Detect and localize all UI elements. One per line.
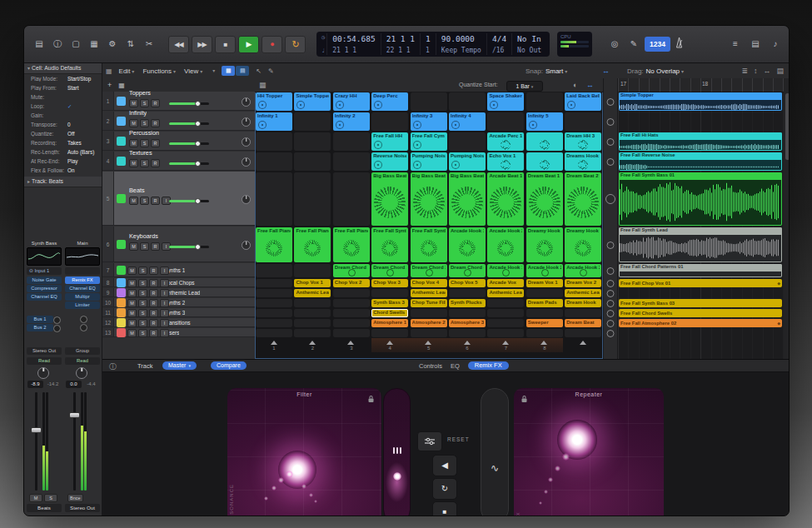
track-header[interactable]: 10Synths 2MSRI <box>102 298 255 307</box>
track-header[interactable]: 1ToppersMSR <box>102 92 255 111</box>
pan-knob[interactable] <box>242 157 251 167</box>
loop-cell[interactable]: Arcade Hook 2 <box>487 227 524 262</box>
loop-cell[interactable]: Chord Swells 1 <box>371 309 408 317</box>
fader-cap[interactable] <box>31 427 42 433</box>
stop-button[interactable]: ■ <box>215 36 236 53</box>
loop-cell[interactable]: Synth Bass 3 <box>371 299 408 307</box>
volume-knob[interactable] <box>195 161 201 167</box>
scene-trigger-button[interactable] <box>541 341 547 345</box>
send-knob[interactable] <box>80 316 87 323</box>
arrange-region[interactable]: Free Fall Reverse Noise <box>619 152 782 171</box>
compare-button[interactable]: Compare <box>211 361 247 370</box>
grid-cell-slot[interactable] <box>449 329 486 337</box>
track-header[interactable]: 4TexturesMSR <box>102 152 255 171</box>
automation-slot[interactable]: Read <box>27 357 62 365</box>
grid-cell-slot[interactable] <box>449 309 486 317</box>
lcd-field[interactable]: 4/4/16 <box>486 33 511 55</box>
grid-arrange-toggle[interactable] <box>607 310 615 317</box>
loop-cell[interactable]: Simple Topper <box>294 92 331 111</box>
loop-cell[interactable]: Pumping Noise <box>411 152 447 171</box>
loop-cell[interactable]: Dream Beat <box>565 319 601 327</box>
strip-setting-label[interactable]: Main <box>64 241 101 246</box>
loop-cell[interactable]: Free Fall Synth <box>371 227 408 262</box>
grid-view-button[interactable]: ▦ <box>222 66 235 76</box>
grid-arrange-toggle[interactable] <box>607 138 615 146</box>
grid-arrange-toggle[interactable] <box>607 242 615 249</box>
performance-icon[interactable]: ◐ <box>573 81 577 89</box>
loop-cell[interactable]: Dreamy Hook 2 <box>565 227 601 262</box>
grid-cell-slot[interactable] <box>333 299 370 307</box>
scene-trigger-button[interactable] <box>309 341 316 345</box>
inspector-row[interactable]: Rec-Length:Auto (Bars) <box>24 147 102 157</box>
track-s-button[interactable]: S <box>138 329 147 337</box>
loop-cell[interactable]: Arcade Hook 2 <box>526 264 563 277</box>
track-m-button[interactable]: M <box>127 319 137 327</box>
pan-knob[interactable] <box>37 367 49 379</box>
stop-fx-button[interactable]: ■ <box>432 501 457 516</box>
loop-cell[interactable]: Chop Vox 5 <box>449 279 486 287</box>
grid-cell-slot[interactable] <box>256 132 292 151</box>
grid-cell-slot[interactable] <box>256 279 292 287</box>
grid-cell-slot[interactable] <box>371 112 408 131</box>
grid-cell-slot[interactable] <box>256 299 292 307</box>
cycle-button[interactable]: ↻ <box>285 36 306 53</box>
snap-menu[interactable]: Snap: Smart <box>526 63 567 78</box>
repeater-xy-pad[interactable]: Repeater MIX RATE <box>514 388 664 516</box>
send-knob[interactable] <box>53 316 61 324</box>
track-r-button[interactable]: R <box>151 159 160 167</box>
loop-cell[interactable]: Dreamy Hook 1 <box>526 227 563 262</box>
inspector-row[interactable]: Loop:✓ <box>24 102 102 111</box>
loop-cell[interactable]: Free Fall Piano <box>333 227 370 262</box>
grid-arrange-toggle[interactable] <box>607 158 615 166</box>
grid-cell-slot[interactable] <box>294 299 331 307</box>
track-r-button[interactable]: R <box>149 279 158 287</box>
grid-cell-slot[interactable] <box>526 309 563 317</box>
zoom-presets-icon[interactable]: ▤ <box>776 67 784 75</box>
grid-cell-slot[interactable] <box>333 319 370 327</box>
grid-arrange-toggle[interactable] <box>607 280 615 287</box>
lock-icon[interactable] <box>367 391 375 406</box>
pan-knob[interactable] <box>242 195 251 204</box>
volume-slider[interactable] <box>169 102 209 105</box>
track-m-button[interactable]: M <box>127 266 137 275</box>
loop-cell[interactable]: Dream Beat 1 <box>526 172 563 226</box>
inspector-row[interactable]: Flex & Follow:On <box>24 166 102 175</box>
track-r-button[interactable]: R <box>149 319 158 327</box>
tab-remix-fx[interactable]: Remix FX <box>468 361 509 370</box>
loop-cell[interactable]: Infinity 1 <box>256 112 292 131</box>
remix-fx-settings-button[interactable] <box>417 431 442 451</box>
metronome-icon[interactable] <box>673 37 686 52</box>
track-header[interactable]: 9Anthemic LeadMSRI <box>102 288 255 297</box>
loop-cell[interactable]: Sweeper <box>526 319 563 327</box>
edit-menu[interactable]: Edit <box>119 67 135 75</box>
grid-cell-slot[interactable] <box>565 309 601 317</box>
loop-cell[interactable]: Space Shakers <box>487 92 524 111</box>
fader-track[interactable] <box>73 392 76 491</box>
arrange-region[interactable]: Free Fall Hi Hats <box>619 132 782 151</box>
pencil-tool-button[interactable]: ✎ <box>268 67 274 75</box>
track-r-button[interactable]: R <box>149 266 158 275</box>
track-r-button[interactable]: R <box>151 197 160 205</box>
grid-arrange-toggle[interactable] <box>605 194 615 204</box>
track-s-button[interactable]: S <box>140 99 149 107</box>
library-icon[interactable]: ▤ <box>31 37 47 52</box>
volume-slider[interactable] <box>169 142 209 145</box>
record-button[interactable]: ● <box>262 36 282 53</box>
send-slot[interactable]: Bus 2 <box>27 324 53 331</box>
catch-playhead-icon[interactable]: ↔ <box>602 63 610 78</box>
grid-cell-slot[interactable] <box>333 329 370 337</box>
track-r-button[interactable]: R <box>149 289 158 297</box>
reverse-button[interactable]: ◀ <box>432 455 457 476</box>
strip-m-button[interactable]: M <box>29 494 42 502</box>
grid-cell-slot[interactable] <box>294 319 331 327</box>
loop-cell[interactable]: Anthemic Lead <box>294 289 331 297</box>
lcd-field[interactable]: 00:54.68521 1 1 <box>326 33 380 55</box>
lcd-field[interactable]: No InNo Out <box>511 33 546 55</box>
grid-cell-slot[interactable] <box>565 112 601 131</box>
track-s-button[interactable]: S <box>140 139 149 147</box>
loop-cell[interactable]: Anthemic Lead <box>565 289 601 297</box>
loop-cell[interactable] <box>526 132 563 151</box>
pan-knob[interactable] <box>242 137 251 147</box>
track-r-button[interactable]: R <box>151 119 160 127</box>
volume-value[interactable]: 0.0 <box>66 381 82 388</box>
